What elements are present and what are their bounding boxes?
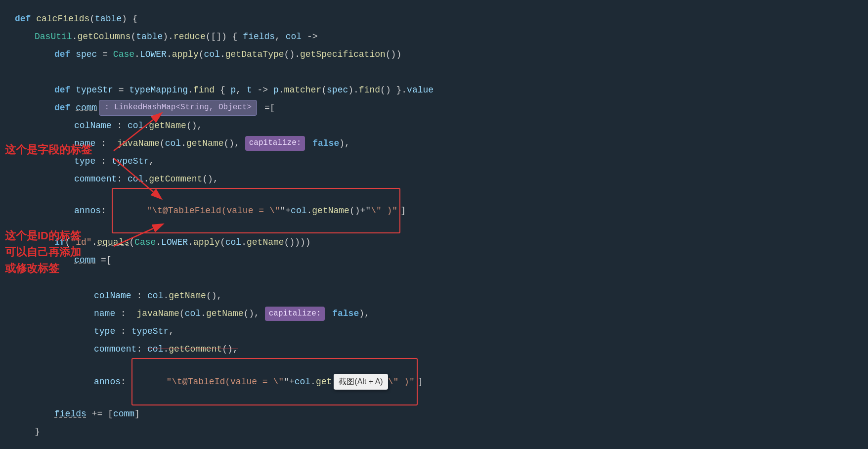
code-line-2: DasUtil.getColumns(table).reduce([]) { f… <box>15 28 853 45</box>
class-dasutil: DasUtil <box>35 30 72 44</box>
code-line-empty-1 <box>15 63 853 81</box>
punct: ) { <box>122 12 137 26</box>
code-line-19: annos: "\t@TableId(value = \""+col.get截图… <box>15 358 853 405</box>
code-line-12: if("id".equals(Case.LOWER.apply(col.getN… <box>15 233 853 251</box>
code-line-20: fields += [comm] <box>15 405 853 423</box>
capitalize-tooltip: capitalize: <box>245 136 305 151</box>
code-line-empty-3 <box>15 441 853 449</box>
code-line-17: type : typeStr, <box>15 322 853 340</box>
fn-name: calcFields <box>36 12 89 26</box>
code-line-8: name : javaName(col.getName(), capitaliz… <box>15 135 853 152</box>
code-line-6: def comm: LinkedHashMap<String, Object> … <box>15 99 853 117</box>
code-line-15: colName : col.getName(), <box>15 287 853 305</box>
code-line-empty-2 <box>15 269 853 287</box>
capitalize-tooltip-2: capitalize: <box>265 307 325 321</box>
code-line-5: def typeStr = typeMapping.find { p, t ->… <box>15 81 853 99</box>
code-line-9: type : typeStr, <box>15 152 853 170</box>
code-line-7: colName : col.getName(), <box>15 117 853 135</box>
code-line-1: def calcFields(table) { <box>15 10 853 28</box>
code-line-16: name : javaName(col.getName(), capitaliz… <box>15 305 853 322</box>
type-tooltip: : LinkedHashMap<String, Object> <box>99 100 257 116</box>
code-line-3: def spec = Case.LOWER.apply(col.getDataT… <box>15 45 853 63</box>
code-editor: def calcFields(table) { DasUtil.getColum… <box>0 0 868 449</box>
param-table: table <box>95 12 122 26</box>
code-line-11: annos: "\t@TableField(value = \""+col.ge… <box>15 188 853 233</box>
code-line-21: } <box>15 423 853 441</box>
punct: ( <box>89 12 95 26</box>
keyword-def: def <box>15 12 36 26</box>
screenshot-tooltip: 截图(Alt + A) <box>334 374 388 390</box>
code-line-10: commoent: col.getComment(), <box>15 170 853 188</box>
code-line-18: commoent: col.getComment(), <box>15 340 853 358</box>
code-line-13: comm =[ <box>15 251 853 269</box>
